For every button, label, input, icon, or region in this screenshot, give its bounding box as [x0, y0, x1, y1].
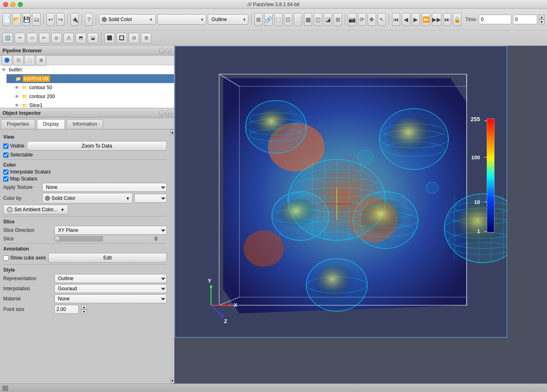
variable-dropdown[interactable]: [157, 14, 206, 25]
status-icon[interactable]: [2, 386, 8, 391]
slice-button[interactable]: ▭: [27, 33, 37, 43]
select-block-button[interactable]: ▦: [304, 13, 312, 26]
object-inspector-controls[interactable]: ○ ×: [159, 110, 172, 116]
pb-item-builtin[interactable]: 👁 builtin:: [0, 65, 174, 74]
interpolate-scalars-checkbox[interactable]: [3, 169, 9, 175]
minimize-button[interactable]: [11, 2, 15, 7]
pb-item-ironprot[interactable]: 👁 📁 ironProt.vtk: [6, 74, 174, 83]
representation-select[interactable]: Outline: [54, 274, 167, 283]
pointsize-spin-down[interactable]: ▼: [81, 309, 87, 314]
pointsize-input[interactable]: [54, 305, 79, 314]
viewport[interactable]: 255 100 10 1 X: [174, 46, 547, 383]
material-select[interactable]: None: [54, 294, 167, 303]
window-controls[interactable]: [3, 2, 23, 7]
color-by-dropdown[interactable]: Solid Color ▼: [42, 193, 133, 203]
select-points-button[interactable]: ⊡: [284, 13, 292, 26]
pb-icon-3[interactable]: ⬚: [24, 56, 35, 66]
group-button[interactable]: ⬓: [88, 33, 98, 43]
last-frame-button[interactable]: ⏭: [443, 13, 451, 26]
pointsize-spin-up[interactable]: ▲: [81, 304, 87, 309]
view-xy-button[interactable]: 🔲: [116, 33, 127, 43]
first-frame-button[interactable]: ⏮: [392, 13, 400, 26]
pipeline-browser-controls[interactable]: ○ ×: [159, 48, 172, 54]
tab-properties[interactable]: Properties: [1, 119, 35, 129]
view-split-button[interactable]: ⊟: [129, 33, 139, 43]
undo-button[interactable]: ↩: [46, 13, 54, 26]
open-button[interactable]: 📂: [12, 13, 20, 26]
interpolation-select[interactable]: Gouraud: [54, 284, 167, 293]
new-button[interactable]: 📄: [2, 13, 11, 26]
slice-direction-select[interactable]: XY Plane: [54, 226, 167, 235]
cursor-button[interactable]: ↖: [378, 13, 386, 26]
time-input[interactable]: [479, 15, 511, 24]
interpolate-scalars-label[interactable]: Interpolate Scalars: [3, 169, 51, 175]
tab-information[interactable]: Information: [67, 119, 103, 129]
pick-button[interactable]: ✥: [368, 13, 376, 26]
color-by-toolbar-button[interactable]: Solid Color ▼: [99, 14, 156, 25]
time-spin-down[interactable]: ▼: [539, 19, 545, 24]
clip-button[interactable]: ✂: [15, 33, 25, 43]
color-by-secondary-select[interactable]: [134, 194, 167, 203]
pb-icon-1[interactable]: 🔵: [2, 56, 12, 66]
redo-button[interactable]: ↪: [56, 13, 65, 26]
scroll-down-button[interactable]: ▼: [170, 378, 174, 383]
scroll-up-button[interactable]: ▲: [170, 129, 174, 135]
screenshot-button[interactable]: 📷: [348, 13, 356, 26]
play-loop-button[interactable]: ⏩: [422, 13, 430, 26]
map-scalars-checkbox[interactable]: [3, 176, 9, 182]
oi-float-button[interactable]: ○: [159, 110, 165, 116]
cam-link-button[interactable]: 🔗: [264, 13, 272, 26]
play-button[interactable]: ▶: [412, 13, 420, 26]
pb-icon-4[interactable]: ⊞: [36, 56, 46, 66]
select-chained-button[interactable]: ⊞: [334, 13, 342, 26]
pb-item-slice1[interactable]: 👁 📁 Slice1: [13, 101, 174, 108]
pointsize-spinner[interactable]: ▲ ▼: [81, 304, 87, 314]
save-state-button[interactable]: 💾: [22, 13, 30, 26]
visible-checkbox[interactable]: [3, 144, 9, 149]
lock-time-button[interactable]: 🔒: [453, 13, 461, 26]
pb-item-contour50[interactable]: 👁 📁 contour 50: [13, 83, 174, 92]
pb-item-contour200[interactable]: 👁 📁 contour 200: [13, 92, 174, 101]
representation-dropdown[interactable]: Outline: [208, 14, 248, 25]
pipeline-float-button[interactable]: ○: [159, 48, 165, 54]
iso-button[interactable]: ◎: [51, 33, 62, 43]
oi-close-button[interactable]: ×: [166, 110, 172, 116]
extract-button[interactable]: ⬒: [75, 33, 86, 43]
pipeline-close-button[interactable]: ×: [166, 48, 172, 54]
elevate-button[interactable]: ⋀: [63, 33, 74, 43]
view3d-button[interactable]: ⬛: [104, 33, 115, 43]
tab-display[interactable]: Display: [37, 119, 65, 129]
time-spin-up[interactable]: ▲: [539, 15, 545, 19]
select-cells-button[interactable]: ⬜: [294, 13, 302, 26]
apply-texture-select[interactable]: None: [42, 183, 167, 192]
connect-button[interactable]: 🔌: [71, 13, 79, 26]
ambient-color-button[interactable]: Set Ambient Color... ▼: [3, 205, 68, 214]
reset-view-button[interactable]: ⟳: [358, 13, 366, 26]
selectable-checkbox[interactable]: [3, 152, 9, 158]
save-data-button[interactable]: 🗂: [32, 13, 40, 26]
next-frame-button[interactable]: ▶▶: [432, 13, 441, 26]
view-4up-button[interactable]: ⊞: [141, 33, 151, 43]
close-button[interactable]: [3, 2, 8, 7]
select-surface-button[interactable]: ⬚: [274, 13, 282, 26]
select-poly-button[interactable]: ◪: [324, 13, 332, 26]
calc-button[interactable]: 🔢: [2, 33, 13, 43]
help-button[interactable]: ?: [85, 13, 93, 26]
threshold-button[interactable]: ⊨: [39, 33, 50, 43]
selectable-checkbox-label[interactable]: Selectable: [3, 152, 33, 158]
pb-icon-2[interactable]: ⊡: [13, 56, 24, 66]
cube-axes-checkbox[interactable]: [3, 255, 9, 261]
view-toggle-button[interactable]: ⊞: [254, 13, 263, 26]
visible-checkbox-label[interactable]: Visible: [3, 143, 24, 149]
time-value-display[interactable]: [513, 15, 537, 24]
edit-annotation-button[interactable]: Edit: [48, 253, 167, 263]
zoom-to-data-button[interactable]: Zoom To Data: [27, 141, 167, 151]
time-spinner[interactable]: ▲ ▼: [539, 15, 545, 24]
slice-slider[interactable]: [54, 236, 152, 242]
prev-frame-button[interactable]: ◀: [402, 13, 410, 26]
map-scalars-label[interactable]: Map Scalars: [3, 176, 37, 182]
select-frustum-button[interactable]: ◫: [314, 13, 322, 26]
viz-container: 255 100 10 1 X: [174, 46, 547, 375]
maximize-button[interactable]: [18, 2, 23, 7]
cube-axes-label[interactable]: Show cube axes: [3, 255, 46, 261]
